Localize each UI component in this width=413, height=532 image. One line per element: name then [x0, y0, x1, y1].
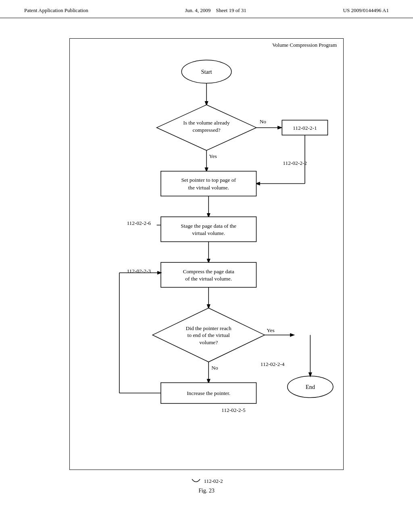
svg-text:112-02-2-5: 112-02-2-5: [221, 407, 246, 413]
svg-text:Set pointer to top page of: Set pointer to top page of: [181, 177, 236, 183]
flowchart-title: Volume Compression Program: [272, 42, 337, 48]
svg-text:Stage the page data of the: Stage the page data of the: [181, 223, 236, 229]
header-center: Jun. 4, 2009 Sheet 19 of 31: [185, 7, 246, 14]
svg-text:Increase the pointer.: Increase the pointer.: [187, 390, 230, 396]
svg-text:the virtual volume.: the virtual volume.: [188, 185, 229, 191]
svg-text:Compress the page data: Compress the page data: [183, 268, 234, 274]
svg-text:to end of the virtual: to end of the virtual: [187, 332, 230, 338]
header-right: US 2009/0144496 A1: [343, 7, 389, 14]
svg-text:Did the pointer reach: Did the pointer reach: [186, 325, 232, 331]
svg-text:Yes: Yes: [209, 153, 217, 159]
flowchart-wrapper: Volume Compression Program Start Is the …: [69, 38, 344, 494]
svg-text:No: No: [211, 365, 218, 371]
flowchart-border: Volume Compression Program Start Is the …: [69, 38, 344, 470]
figure-number: Fig. 23: [198, 488, 215, 494]
svg-rect-22: [161, 217, 257, 242]
svg-text:of the virtual volume.: of the virtual volume.: [185, 276, 232, 282]
svg-text:virtual volume.: virtual volume.: [192, 230, 225, 236]
svg-text:End: End: [306, 384, 315, 390]
svg-text:compressed?: compressed?: [193, 127, 221, 133]
main-content: Volume Compression Program Start Is the …: [0, 18, 413, 506]
diagram-ref: 112-02-2: [204, 478, 223, 484]
svg-text:112-02-2-6: 112-02-2-6: [127, 220, 151, 226]
svg-text:Is the volume already: Is the volume already: [183, 120, 230, 126]
svg-text:No: No: [260, 118, 267, 125]
svg-text:Start: Start: [201, 69, 212, 75]
header-left: Patent Application Publication: [24, 7, 88, 14]
curve-symbol: [190, 477, 202, 485]
svg-rect-16: [161, 171, 257, 196]
svg-text:Yes: Yes: [267, 327, 274, 333]
svg-text:112-02-2-2: 112-02-2-2: [283, 160, 307, 166]
svg-rect-28: [161, 262, 257, 287]
svg-text:112-02-2-4: 112-02-2-4: [261, 361, 285, 367]
svg-text:112-02-2-1: 112-02-2-1: [293, 125, 317, 131]
figure-label-area: 112-02-2 Fig. 23: [69, 474, 344, 494]
flowchart-diagram: Start Is the volume already compressed? …: [78, 47, 335, 461]
svg-text:volume?: volume?: [199, 339, 218, 345]
page-header: Patent Application Publication Jun. 4, 2…: [0, 0, 413, 18]
